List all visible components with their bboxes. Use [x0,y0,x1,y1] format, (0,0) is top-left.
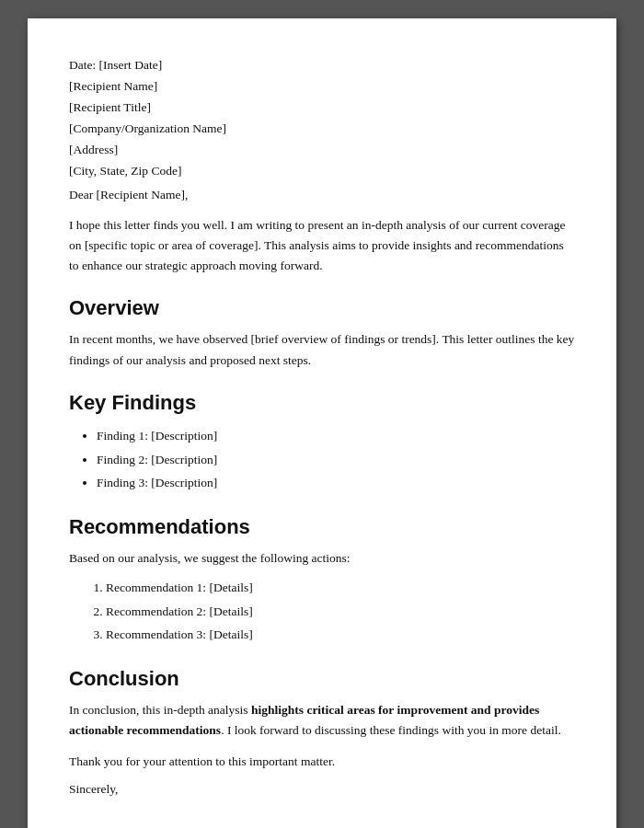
conclusion-text: In conclusion, this in-depth analysis hi… [69,700,575,742]
salutation: Dear [Recipient Name], [69,188,575,202]
date-line: Date: [Insert Date] [69,55,575,76]
conclusion-text-part2: . I look forward to discussing these fin… [221,723,561,737]
conclusion-text-part1: In conclusion, this in-depth analysis [69,703,251,717]
document: Date: [Insert Date] [Recipient Name] [Re… [28,18,616,828]
key-findings-heading: Key Findings [69,391,575,415]
city-state-zip-line: [City, State, Zip Code] [69,161,575,182]
conclusion-heading: Conclusion [69,667,575,691]
address-line: [Address] [69,140,575,161]
list-item: Finding 3: [Description] [97,471,575,495]
key-findings-list: Finding 1: [Description] Finding 2: [Des… [97,424,575,495]
overview-heading: Overview [69,296,575,320]
company-line: [Company/Organization Name] [69,119,575,140]
recipient-name-line: [Recipient Name] [69,76,575,98]
recommendations-list: Recommendation 1: [Details] Recommendati… [106,576,575,647]
list-item: Recommendation 2: [Details] [106,600,575,624]
overview-text: In recent months, we have observed [brie… [69,329,575,371]
list-item: Recommendation 1: [Details] [106,576,575,600]
sincerely-text: Sincerely, [69,782,575,797]
list-item: Recommendation 3: [Details] [106,623,575,647]
recommendations-heading: Recommendations [69,515,575,539]
address-block: Date: [Insert Date] [Recipient Name] [Re… [69,55,575,182]
recommendations-intro: Based on our analysis, we suggest the fo… [69,548,575,569]
list-item: Finding 2: [Description] [97,448,575,472]
thank-you-text: Thank you for your attention to this imp… [69,754,575,769]
recipient-title-line: [Recipient Title] [69,98,575,119]
intro-paragraph: I hope this letter finds you well. I am … [69,215,575,277]
list-item: Finding 1: [Description] [97,424,575,448]
